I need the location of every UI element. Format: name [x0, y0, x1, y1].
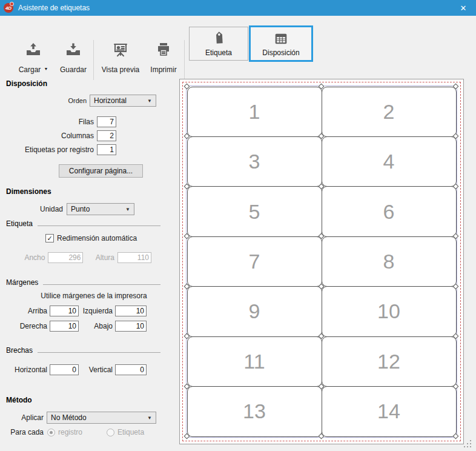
unidad-value: Punto	[71, 205, 123, 213]
etiquetas-por-registro-label: Etiquetas por registro	[25, 145, 94, 154]
filas-label: Filas	[79, 118, 94, 126]
orden-value: Horizontal	[94, 96, 145, 105]
printer-margins-note: Utilice márgenes de la impresora	[15, 292, 173, 300]
label-number: 9	[249, 299, 260, 323]
columnas-label: Columnas	[61, 132, 94, 140]
close-icon: ✕	[460, 4, 467, 13]
tab-disposicion[interactable]: Disposición	[249, 25, 313, 62]
label-number: 6	[383, 200, 395, 224]
label-resize-handle[interactable]	[453, 433, 459, 439]
section-heading-dimensiones: Dimensiones	[6, 187, 51, 196]
resize-grip[interactable]	[464, 440, 472, 448]
label-number: 10	[377, 299, 400, 323]
close-button[interactable]: ✕	[451, 0, 476, 16]
altura-input	[117, 252, 151, 263]
label-cell: 8	[322, 236, 457, 287]
unidad-label: Unidad	[40, 205, 63, 213]
group-margenes-label: Márgenes	[6, 278, 38, 287]
group-etiqueta-label: Etiqueta	[6, 219, 33, 228]
label-number: 4	[383, 150, 395, 173]
brecha-horizontal-input[interactable]	[50, 364, 79, 375]
ancho-input	[48, 252, 83, 263]
aplicar-value: No Método	[51, 413, 145, 422]
brecha-vertical-input[interactable]	[115, 364, 147, 375]
label-cell: 14	[322, 386, 457, 436]
radio-registro[interactable]	[47, 429, 55, 436]
label-number: 1	[249, 100, 260, 124]
altura-label: Altura	[88, 253, 114, 262]
filas-input[interactable]	[97, 116, 116, 127]
label-cell: 12	[322, 336, 457, 387]
label-number: 11	[243, 350, 265, 373]
radio-registro-label: registro	[58, 428, 82, 436]
grid-icon	[273, 31, 289, 47]
orden-select[interactable]: Horizontal ▼	[90, 95, 156, 107]
label-cell: 4	[322, 136, 457, 187]
group-etiqueta: Etiqueta	[6, 219, 160, 228]
para-cada-label: Para cada	[0, 428, 44, 436]
unidad-select[interactable]: Punto ▼	[67, 203, 134, 215]
chevron-down-icon: ▼	[147, 98, 152, 104]
label-cell: 7	[187, 236, 322, 287]
page-preview: 1234567891011121314	[179, 79, 464, 444]
label-number: 5	[249, 200, 260, 224]
arriba-input[interactable]	[50, 306, 79, 316]
derecha-input[interactable]	[50, 321, 79, 332]
etiquetas-por-registro-input[interactable]	[97, 144, 116, 155]
label-number: 7	[249, 250, 260, 273]
group-divider	[43, 284, 160, 285]
label-cell: 9	[187, 286, 322, 336]
label-number: 13	[243, 399, 266, 423]
tab-etiqueta[interactable]: Etiqueta	[189, 27, 248, 61]
label-cell: 6	[322, 186, 457, 236]
radio-etiqueta[interactable]	[107, 429, 114, 436]
section-heading-metodo: Método	[6, 396, 32, 404]
ancho-label: Ancho	[0, 253, 45, 262]
label-cell: 2	[322, 87, 457, 137]
group-divider	[38, 352, 160, 353]
label-cell: 1	[187, 87, 322, 137]
columnas-input[interactable]	[97, 130, 116, 141]
label-wizard-window: 4D Asistente de etiquetas ✕ Cargar ▼ Gua…	[0, 0, 476, 451]
autoresize-label: Redimensión automática	[57, 234, 137, 242]
configure-page-button[interactable]: Configurar página...	[59, 164, 143, 178]
label-cell: 11	[187, 336, 322, 387]
group-margenes: Márgenes	[6, 278, 160, 287]
chevron-down-icon: ▼	[125, 207, 130, 212]
check-icon: ✓	[47, 235, 52, 242]
label-number: 3	[249, 150, 260, 173]
abajo-input[interactable]	[115, 321, 147, 332]
brecha-vertical-label: Vertical	[79, 366, 113, 374]
tag-icon	[211, 31, 226, 47]
group-divider	[38, 226, 160, 226]
aplicar-label: Aplicar	[0, 413, 44, 422]
label-cell: 10	[322, 286, 457, 336]
arriba-label: Arriba	[0, 307, 47, 315]
group-brechas: Brechas	[6, 346, 160, 355]
label-number: 14	[377, 399, 400, 423]
izquierda-input[interactable]	[115, 306, 147, 316]
tab-disposicion-label: Disposición	[262, 48, 299, 57]
abajo-label: Abajo	[79, 322, 113, 330]
radio-etiqueta-label: Etiqueta	[117, 428, 144, 436]
brecha-horizontal-label: Horizontal	[0, 366, 47, 374]
toolbar-separator	[184, 40, 185, 80]
derecha-label: Derecha	[0, 322, 47, 330]
label-number: 2	[383, 100, 395, 124]
label-cell: 3	[187, 136, 322, 187]
label-number: 12	[377, 350, 400, 373]
orden-label: Orden	[68, 97, 87, 104]
section-heading-disposicion: Disposición	[6, 79, 47, 88]
label-cell: 13	[187, 386, 322, 436]
tab-etiqueta-label: Etiqueta	[205, 48, 232, 57]
chevron-down-icon: ▼	[147, 415, 152, 421]
autoresize-checkbox[interactable]: ✓	[45, 234, 54, 242]
settings-panel: Disposición Orden Horizontal ▼ Filas Col…	[0, 0, 176, 451]
label-number: 8	[383, 250, 395, 273]
aplicar-select[interactable]: No Método ▼	[47, 412, 156, 424]
izquierda-label: Izquierda	[79, 307, 113, 315]
group-brechas-label: Brechas	[6, 346, 33, 355]
label-cell: 5	[187, 186, 322, 236]
